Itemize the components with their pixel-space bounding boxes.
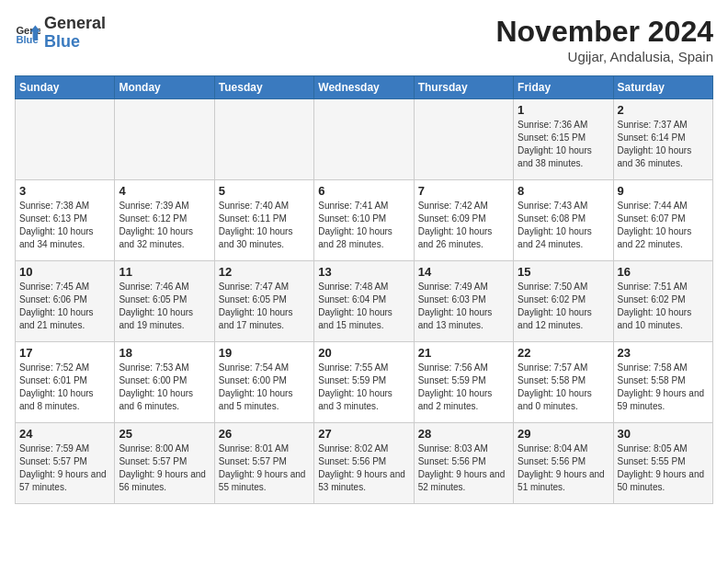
calendar-cell: 3Sunrise: 7:38 AMSunset: 6:13 PMDaylight… <box>16 180 115 261</box>
header-row: SundayMondayTuesdayWednesdayThursdayFrid… <box>16 76 713 99</box>
logo-icon: General Blue <box>15 20 40 46</box>
day-info: Sunrise: 7:42 AMSunset: 6:09 PMDaylight:… <box>418 200 509 251</box>
day-number: 23 <box>618 346 709 360</box>
day-number: 27 <box>318 427 409 441</box>
day-info: Sunrise: 8:03 AMSunset: 5:56 PMDaylight:… <box>418 442 509 494</box>
calendar-cell <box>115 99 214 180</box>
calendar-cell: 24Sunrise: 7:59 AMSunset: 5:57 PMDayligh… <box>16 423 115 504</box>
day-number: 9 <box>618 184 709 198</box>
day-number: 20 <box>318 346 409 360</box>
calendar-cell: 9Sunrise: 7:44 AMSunset: 6:07 PMDaylight… <box>613 180 712 261</box>
calendar-body: 1Sunrise: 7:36 AMSunset: 6:15 PMDaylight… <box>16 99 713 504</box>
day-number: 25 <box>119 427 210 441</box>
day-number: 14 <box>418 265 509 279</box>
calendar-cell: 20Sunrise: 7:55 AMSunset: 5:59 PMDayligh… <box>314 342 414 423</box>
day-info: Sunrise: 7:57 AMSunset: 5:58 PMDaylight:… <box>518 362 609 413</box>
day-info: Sunrise: 7:44 AMSunset: 6:07 PMDaylight:… <box>618 200 709 251</box>
calendar-cell: 10Sunrise: 7:45 AMSunset: 6:06 PMDayligh… <box>16 261 115 342</box>
calendar-cell: 25Sunrise: 8:00 AMSunset: 5:57 PMDayligh… <box>115 423 214 504</box>
calendar-cell: 26Sunrise: 8:01 AMSunset: 5:57 PMDayligh… <box>214 423 313 504</box>
day-number: 3 <box>19 184 110 198</box>
day-info: Sunrise: 7:48 AMSunset: 6:04 PMDaylight:… <box>318 281 409 332</box>
day-number: 29 <box>518 427 609 441</box>
header-cell-tuesday: Tuesday <box>214 76 313 99</box>
calendar-table: SundayMondayTuesdayWednesdayThursdayFrid… <box>15 75 713 504</box>
day-number: 10 <box>19 265 110 279</box>
week-row-3: 10Sunrise: 7:45 AMSunset: 6:06 PMDayligh… <box>16 261 713 342</box>
day-info: Sunrise: 8:05 AMSunset: 5:55 PMDaylight:… <box>618 442 709 494</box>
day-number: 26 <box>219 427 310 441</box>
calendar-cell: 4Sunrise: 7:39 AMSunset: 6:12 PMDaylight… <box>115 180 214 261</box>
day-number: 24 <box>19 427 110 441</box>
calendar-cell: 21Sunrise: 7:56 AMSunset: 5:59 PMDayligh… <box>414 342 513 423</box>
calendar-cell: 14Sunrise: 7:49 AMSunset: 6:03 PMDayligh… <box>414 261 513 342</box>
day-number: 22 <box>518 346 609 360</box>
title-block: November 2024 Ugijar, Andalusia, Spain <box>495 15 713 64</box>
day-number: 18 <box>119 346 210 360</box>
calendar-cell <box>214 99 313 180</box>
day-info: Sunrise: 7:52 AMSunset: 6:01 PMDaylight:… <box>19 362 110 413</box>
calendar-cell: 29Sunrise: 8:04 AMSunset: 5:56 PMDayligh… <box>514 423 613 504</box>
day-info: Sunrise: 7:47 AMSunset: 6:05 PMDaylight:… <box>219 281 310 332</box>
calendar-cell: 30Sunrise: 8:05 AMSunset: 5:55 PMDayligh… <box>613 423 712 504</box>
day-info: Sunrise: 7:39 AMSunset: 6:12 PMDaylight:… <box>119 200 210 251</box>
day-number: 1 <box>518 103 609 117</box>
day-info: Sunrise: 7:51 AMSunset: 6:02 PMDaylight:… <box>618 281 709 332</box>
calendar-cell: 5Sunrise: 7:40 AMSunset: 6:11 PMDaylight… <box>214 180 313 261</box>
day-info: Sunrise: 7:54 AMSunset: 6:00 PMDaylight:… <box>219 362 310 413</box>
month-title: November 2024 <box>495 15 713 49</box>
day-info: Sunrise: 7:46 AMSunset: 6:05 PMDaylight:… <box>119 281 210 332</box>
calendar-cell: 16Sunrise: 7:51 AMSunset: 6:02 PMDayligh… <box>613 261 712 342</box>
location: Ugijar, Andalusia, Spain <box>495 49 713 64</box>
day-number: 8 <box>518 184 609 198</box>
day-number: 19 <box>219 346 310 360</box>
header-cell-monday: Monday <box>115 76 214 99</box>
calendar-cell: 8Sunrise: 7:43 AMSunset: 6:08 PMDaylight… <box>514 180 613 261</box>
day-info: Sunrise: 7:37 AMSunset: 6:14 PMDaylight:… <box>618 119 709 170</box>
day-info: Sunrise: 7:40 AMSunset: 6:11 PMDaylight:… <box>219 200 310 251</box>
calendar-cell: 2Sunrise: 7:37 AMSunset: 6:14 PMDaylight… <box>613 99 712 180</box>
day-number: 12 <box>219 265 310 279</box>
day-number: 17 <box>19 346 110 360</box>
calendar-cell <box>314 99 414 180</box>
week-row-2: 3Sunrise: 7:38 AMSunset: 6:13 PMDaylight… <box>16 180 713 261</box>
calendar-cell: 27Sunrise: 8:02 AMSunset: 5:56 PMDayligh… <box>314 423 414 504</box>
calendar-cell: 28Sunrise: 8:03 AMSunset: 5:56 PMDayligh… <box>414 423 513 504</box>
day-number: 21 <box>418 346 509 360</box>
header-cell-wednesday: Wednesday <box>314 76 414 99</box>
calendar-cell: 6Sunrise: 7:41 AMSunset: 6:10 PMDaylight… <box>314 180 414 261</box>
day-number: 2 <box>618 103 709 117</box>
calendar-cell: 23Sunrise: 7:58 AMSunset: 5:58 PMDayligh… <box>613 342 712 423</box>
calendar-cell: 19Sunrise: 7:54 AMSunset: 6:00 PMDayligh… <box>214 342 313 423</box>
day-info: Sunrise: 7:45 AMSunset: 6:06 PMDaylight:… <box>19 281 110 332</box>
calendar-cell: 7Sunrise: 7:42 AMSunset: 6:09 PMDaylight… <box>414 180 513 261</box>
week-row-1: 1Sunrise: 7:36 AMSunset: 6:15 PMDaylight… <box>16 99 713 180</box>
header-cell-saturday: Saturday <box>613 76 712 99</box>
day-info: Sunrise: 7:43 AMSunset: 6:08 PMDaylight:… <box>518 200 609 251</box>
calendar-cell: 12Sunrise: 7:47 AMSunset: 6:05 PMDayligh… <box>214 261 313 342</box>
calendar-cell: 11Sunrise: 7:46 AMSunset: 6:05 PMDayligh… <box>115 261 214 342</box>
header-cell-sunday: Sunday <box>16 76 115 99</box>
day-info: Sunrise: 7:50 AMSunset: 6:02 PMDaylight:… <box>518 281 609 332</box>
calendar-cell: 22Sunrise: 7:57 AMSunset: 5:58 PMDayligh… <box>514 342 613 423</box>
calendar-cell <box>414 99 513 180</box>
day-number: 15 <box>518 265 609 279</box>
day-info: Sunrise: 7:36 AMSunset: 6:15 PMDaylight:… <box>518 119 609 170</box>
day-number: 30 <box>618 427 709 441</box>
day-info: Sunrise: 7:55 AMSunset: 5:59 PMDaylight:… <box>318 362 409 413</box>
page-header: General Blue GeneralBlue November 2024 U… <box>15 15 713 64</box>
day-info: Sunrise: 7:59 AMSunset: 5:57 PMDaylight:… <box>19 442 110 494</box>
day-info: Sunrise: 8:04 AMSunset: 5:56 PMDaylight:… <box>518 442 609 494</box>
day-number: 13 <box>318 265 409 279</box>
day-info: Sunrise: 8:00 AMSunset: 5:57 PMDaylight:… <box>119 442 210 494</box>
calendar-cell: 15Sunrise: 7:50 AMSunset: 6:02 PMDayligh… <box>514 261 613 342</box>
calendar-cell <box>16 99 115 180</box>
day-number: 16 <box>618 265 709 279</box>
day-info: Sunrise: 7:49 AMSunset: 6:03 PMDaylight:… <box>418 281 509 332</box>
week-row-5: 24Sunrise: 7:59 AMSunset: 5:57 PMDayligh… <box>16 423 713 504</box>
header-cell-thursday: Thursday <box>414 76 513 99</box>
calendar-cell: 13Sunrise: 7:48 AMSunset: 6:04 PMDayligh… <box>314 261 414 342</box>
day-number: 5 <box>219 184 310 198</box>
logo-text: GeneralBlue <box>44 15 106 52</box>
calendar-cell: 17Sunrise: 7:52 AMSunset: 6:01 PMDayligh… <box>16 342 115 423</box>
